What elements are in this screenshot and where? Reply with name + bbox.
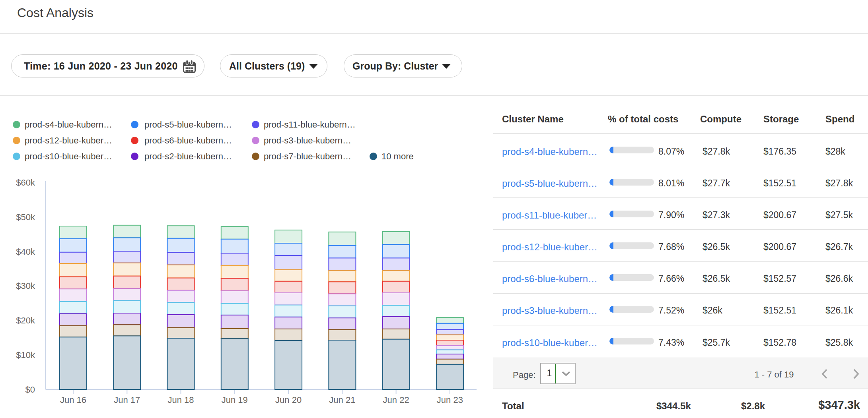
svg-text:Jun 21: Jun 21 <box>329 395 355 405</box>
svg-text:Jun 17: Jun 17 <box>114 395 140 405</box>
svg-text:Jun 18: Jun 18 <box>167 395 194 405</box>
svg-text:$30k: $30k <box>16 281 35 291</box>
svg-text:$60k: $60k <box>16 178 35 188</box>
svg-text:Jun 19: Jun 19 <box>222 395 248 405</box>
svg-text:Jun 20: Jun 20 <box>275 395 302 405</box>
svg-text:Jun 16: Jun 16 <box>60 395 86 405</box>
svg-text:$40k: $40k <box>16 247 35 257</box>
svg-text:$20k: $20k <box>16 315 35 325</box>
svg-text:Jun 22: Jun 22 <box>383 395 409 405</box>
svg-text:$50k: $50k <box>16 212 35 222</box>
svg-text:Jun 23: Jun 23 <box>437 395 463 405</box>
svg-text:$0: $0 <box>25 385 35 395</box>
svg-text:$10k: $10k <box>16 350 35 360</box>
